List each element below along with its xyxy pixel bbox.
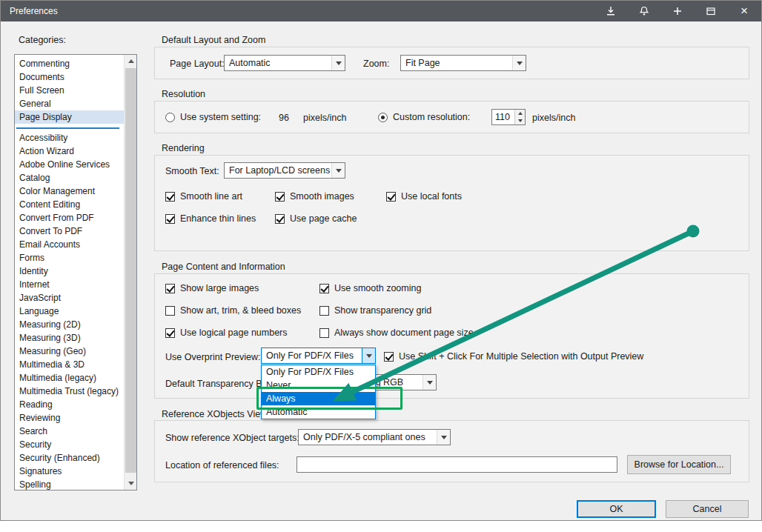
category-item[interactable]: Search xyxy=(15,425,124,438)
checkbox-box xyxy=(165,192,175,202)
checkbox-label: Show transparency grid xyxy=(334,305,431,316)
scroll-down-button[interactable] xyxy=(125,477,137,490)
checkbox-box xyxy=(275,214,285,224)
checkbox-box xyxy=(384,352,394,362)
checkbox-box xyxy=(165,306,175,316)
radio-label: Custom resolution: xyxy=(393,112,470,122)
custom-resolution-input[interactable]: 110 xyxy=(491,109,526,125)
checkbox-label: Use smooth zooming xyxy=(334,283,421,293)
use-system-setting-radio[interactable]: Use system setting: xyxy=(165,111,261,123)
title-bar-icons xyxy=(594,1,727,21)
category-item[interactable]: Reading xyxy=(15,398,124,411)
referenced-files-location-label: Location of referenced files: xyxy=(165,460,279,471)
checkbox-smooth-line-art[interactable]: Smooth line art xyxy=(165,190,242,202)
close-button[interactable]: × xyxy=(727,1,761,21)
checkbox-box xyxy=(386,192,396,202)
checkbox-use-page-cache[interactable]: Use page cache xyxy=(275,213,357,225)
scrollbar-thumb[interactable] xyxy=(125,68,136,473)
spinner-buttons[interactable] xyxy=(514,110,525,124)
xobject-targets-label: Show reference XObject targets: xyxy=(165,433,299,443)
cancel-button[interactable]: Cancel xyxy=(666,500,749,518)
dropdown-option[interactable]: Never xyxy=(262,379,375,392)
category-item[interactable]: General xyxy=(15,97,124,110)
category-item[interactable]: JavaScript xyxy=(15,291,124,305)
checkbox-show-transparency-grid[interactable]: Show transparency grid xyxy=(319,305,431,316)
page-layout-select[interactable]: Automatic xyxy=(224,55,345,71)
category-item[interactable]: Forms xyxy=(15,251,124,265)
checkbox-show-art-trim-bleed[interactable]: Show art, trim, & bleed boxes xyxy=(165,305,301,316)
category-item[interactable]: Measuring (3D) xyxy=(15,331,124,345)
scroll-up-button[interactable] xyxy=(125,55,137,67)
combo-value: Automatic xyxy=(225,58,331,68)
checkbox-box xyxy=(165,284,175,293)
xobject-targets-select[interactable]: Only PDF/X-5 compliant ones xyxy=(298,429,451,445)
combo-value: Only PDF/X-5 compliant ones xyxy=(299,432,437,442)
category-item[interactable]: Commenting xyxy=(15,57,124,70)
spin-down-icon[interactable] xyxy=(515,117,525,124)
custom-resolution-radio[interactable]: Custom resolution: xyxy=(378,111,470,123)
checkbox-smooth-images[interactable]: Smooth images xyxy=(275,190,354,202)
radio-label: Use system setting: xyxy=(180,112,261,122)
categories-listbox[interactable]: CommentingDocumentsFull ScreenGeneralPag… xyxy=(14,54,137,491)
dropdown-option[interactable]: Automatic xyxy=(262,405,375,419)
chevron-down-icon xyxy=(437,430,450,445)
checkbox-label: Use logical page numbers xyxy=(180,327,288,338)
overprint-preview-label: Use Overprint Preview: xyxy=(165,352,261,362)
referenced-files-location-input[interactable] xyxy=(296,456,617,473)
category-item[interactable]: Signatures xyxy=(15,465,124,478)
category-item[interactable]: Catalog xyxy=(15,171,124,184)
checkbox-use-logical-page-numbers[interactable]: Use logical page numbers xyxy=(165,327,288,339)
category-item[interactable]: Security xyxy=(15,438,124,451)
radio-dot xyxy=(165,113,175,122)
section-title-layout-zoom: Default Layout and Zoom xyxy=(162,35,265,45)
category-item[interactable]: Multimedia & 3D xyxy=(15,358,124,371)
ok-button[interactable]: OK xyxy=(577,500,656,518)
category-item[interactable]: Internet xyxy=(15,278,124,291)
plus-icon[interactable] xyxy=(660,1,694,21)
zoom-select[interactable]: Fit Page xyxy=(400,55,526,71)
overprint-preview-select[interactable]: Only For PDF/X Files xyxy=(261,348,376,364)
category-item[interactable]: Multimedia Trust (legacy) xyxy=(15,385,124,398)
checkbox-label: Show large images xyxy=(180,283,259,293)
category-item[interactable]: Accessibility xyxy=(15,131,124,144)
category-item[interactable]: Measuring (2D) xyxy=(15,318,124,331)
category-item[interactable]: Color Management xyxy=(15,184,124,198)
checkbox-enhance-thin-lines[interactable]: Enhance thin lines xyxy=(165,213,256,225)
category-item[interactable]: Security (Enhanced) xyxy=(15,451,124,465)
category-item[interactable]: Convert To PDF xyxy=(15,225,124,238)
category-item[interactable]: Page Display xyxy=(15,110,124,124)
smooth-text-select[interactable]: For Laptop/LCD screens xyxy=(224,162,345,179)
checkbox-show-large-images[interactable]: Show large images xyxy=(165,282,259,294)
custom-resolution-unit: pixels/inch xyxy=(532,113,575,123)
dropdown-option[interactable]: Only For PDF/X Files xyxy=(262,365,375,379)
spin-up-icon[interactable] xyxy=(515,110,525,117)
category-item[interactable]: Language xyxy=(15,305,124,318)
spin-value: 110 xyxy=(492,110,514,124)
category-item[interactable]: Convert From PDF xyxy=(15,211,124,225)
checkbox-shift-click-multi-selection[interactable]: Use Shift + Click For Multiple Selection… xyxy=(384,350,643,362)
scrollbar[interactable] xyxy=(124,55,136,490)
category-item[interactable]: Spelling xyxy=(15,478,124,490)
overprint-dropdown-list[interactable]: Only For PDF/X FilesNeverAlwaysAutomatic xyxy=(261,365,376,419)
checkbox-always-show-page-size[interactable]: Always show document page size xyxy=(319,327,474,339)
category-item[interactable]: Measuring (Geo) xyxy=(15,345,124,358)
browse-for-location-button[interactable]: Browse for Location... xyxy=(627,455,731,474)
dropdown-option[interactable]: Always xyxy=(262,392,375,405)
category-item[interactable]: Multimedia (legacy) xyxy=(15,371,124,385)
window-icon[interactable] xyxy=(694,1,727,21)
checkbox-use-local-fonts[interactable]: Use local fonts xyxy=(386,190,462,202)
checkbox-box xyxy=(165,328,175,338)
zoom-label: Zoom: xyxy=(363,59,389,69)
checkbox-use-smooth-zooming[interactable]: Use smooth zooming xyxy=(319,282,421,294)
category-item[interactable]: Documents xyxy=(15,70,124,84)
category-item[interactable]: Content Editing xyxy=(15,198,124,211)
category-item[interactable]: Email Accounts xyxy=(15,238,124,251)
category-item[interactable]: Action Wizard xyxy=(15,144,124,158)
category-item[interactable]: Adobe Online Services xyxy=(15,158,124,171)
category-item[interactable]: Identity xyxy=(15,265,124,278)
bell-icon[interactable] xyxy=(627,1,660,21)
download-icon[interactable] xyxy=(594,1,627,21)
categories-label: Categories: xyxy=(19,35,66,45)
category-item[interactable]: Full Screen xyxy=(15,84,124,97)
category-item[interactable]: Reviewing xyxy=(15,411,124,425)
